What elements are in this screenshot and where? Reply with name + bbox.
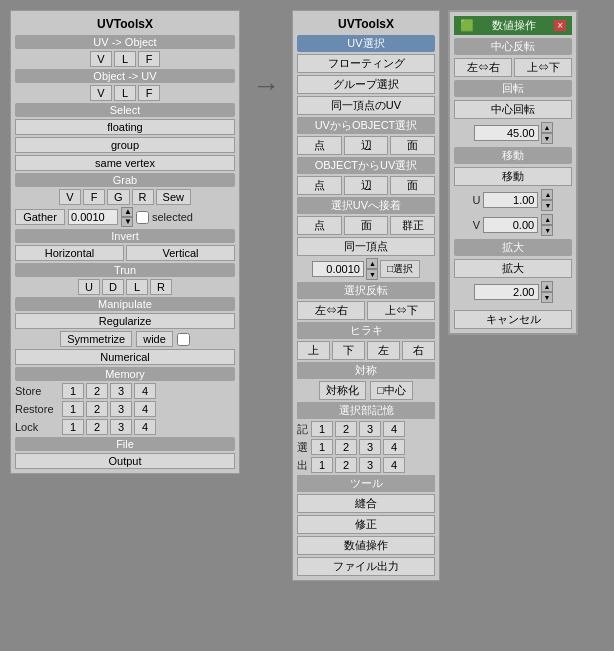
ki-3[interactable]: 3 <box>359 421 381 437</box>
sen-3[interactable]: 3 <box>359 439 381 455</box>
attach-select-btn[interactable]: □選択 <box>380 260 420 278</box>
numerical-btn[interactable]: Numerical <box>15 349 235 365</box>
uv-from-obj-men[interactable]: 面 <box>390 136 435 155</box>
trun-l[interactable]: L <box>126 279 148 295</box>
attach-value-input[interactable] <box>312 261 364 277</box>
tool-file-output[interactable]: ファイル出力 <box>297 557 435 576</box>
rotation-up[interactable]: ▲ <box>541 122 553 133</box>
invert-vertical[interactable]: Vertical <box>126 245 235 261</box>
lock-3[interactable]: 3 <box>110 419 132 435</box>
obj-to-uv-v[interactable]: V <box>90 85 112 101</box>
grab-v[interactable]: V <box>59 189 81 205</box>
taisho-btn[interactable]: 対称化 <box>319 381 366 400</box>
gather-input[interactable] <box>68 209 118 225</box>
store-1[interactable]: 1 <box>62 383 84 399</box>
attach-men[interactable]: 面 <box>344 216 389 235</box>
select-floating[interactable]: floating <box>15 119 235 135</box>
move-btn[interactable]: 移動 <box>454 167 572 186</box>
select-same-vertex[interactable]: same vertex <box>15 155 235 171</box>
grab-r[interactable]: R <box>132 189 154 205</box>
obj-to-uv-l[interactable]: L <box>114 85 136 101</box>
uv-floating-btn[interactable]: フローティング <box>297 54 435 73</box>
grab-g[interactable]: G <box>107 189 130 205</box>
gather-button[interactable]: Gather <box>15 209 65 225</box>
restore-1[interactable]: 1 <box>62 401 84 417</box>
hiraki-down[interactable]: 下 <box>332 341 365 360</box>
wide-btn[interactable]: wide <box>136 331 173 347</box>
attach-down[interactable]: ▼ <box>366 269 378 280</box>
obj-from-uv-ten[interactable]: 点 <box>297 176 342 195</box>
obj-to-uv-f[interactable]: F <box>138 85 160 101</box>
v-spinner[interactable]: ▲ ▼ <box>541 214 553 236</box>
store-4[interactable]: 4 <box>134 383 156 399</box>
center-chk-btn[interactable]: □中心 <box>370 381 413 400</box>
restore-2[interactable]: 2 <box>86 401 108 417</box>
lock-4[interactable]: 4 <box>134 419 156 435</box>
ki-4[interactable]: 4 <box>383 421 405 437</box>
trun-d[interactable]: D <box>102 279 124 295</box>
same-vertex2-btn[interactable]: 同一頂点 <box>297 237 435 256</box>
de-4[interactable]: 4 <box>383 457 405 473</box>
attach-spinner[interactable]: ▲ ▼ <box>366 258 378 280</box>
invert-lr[interactable]: 左⇔右 <box>297 301 365 320</box>
uv-to-obj-l[interactable]: L <box>114 51 136 67</box>
uv-same-vertex-btn[interactable]: 同一頂点のUV <box>297 96 435 115</box>
u-down[interactable]: ▼ <box>541 200 553 211</box>
tool-shusei[interactable]: 修正 <box>297 515 435 534</box>
trun-u[interactable]: U <box>78 279 100 295</box>
sen-1[interactable]: 1 <box>311 439 333 455</box>
v-up[interactable]: ▲ <box>541 214 553 225</box>
uv-to-obj-v[interactable]: V <box>90 51 112 67</box>
uv-from-obj-ten[interactable]: 点 <box>297 136 342 155</box>
obj-from-uv-men[interactable]: 面 <box>390 176 435 195</box>
u-spinner[interactable]: ▲ ▼ <box>541 189 553 211</box>
gather-spinner[interactable]: ▲ ▼ <box>121 207 133 227</box>
scale-btn[interactable]: 拡大 <box>454 259 572 278</box>
sen-4[interactable]: 4 <box>383 439 405 455</box>
attach-ten[interactable]: 点 <box>297 216 342 235</box>
tool-nuiawase[interactable]: 縫合 <box>297 494 435 513</box>
ki-1[interactable]: 1 <box>311 421 333 437</box>
v-value-input[interactable] <box>483 217 538 233</box>
obj-from-uv-hen[interactable]: 辺 <box>344 176 389 195</box>
attach-gunsei[interactable]: 群正 <box>390 216 435 235</box>
rotation-center-btn[interactable]: 中心回転 <box>454 100 572 119</box>
u-value-input[interactable] <box>483 192 538 208</box>
grab-f[interactable]: F <box>83 189 105 205</box>
scale-value-input[interactable] <box>474 284 539 300</box>
v-down[interactable]: ▼ <box>541 225 553 236</box>
wide-checkbox[interactable] <box>177 333 190 346</box>
rotation-spinner[interactable]: ▲ ▼ <box>541 122 553 144</box>
gather-down[interactable]: ▼ <box>121 217 133 227</box>
hiraki-left[interactable]: 左 <box>367 341 400 360</box>
center-lr-btn[interactable]: 左⇔右 <box>454 58 512 77</box>
de-1[interactable]: 1 <box>311 457 333 473</box>
gather-up[interactable]: ▲ <box>121 207 133 217</box>
scale-up[interactable]: ▲ <box>541 281 553 292</box>
u-up[interactable]: ▲ <box>541 189 553 200</box>
uv-to-obj-f[interactable]: F <box>138 51 160 67</box>
scale-down[interactable]: ▼ <box>541 292 553 303</box>
sen-2[interactable]: 2 <box>335 439 357 455</box>
de-2[interactable]: 2 <box>335 457 357 473</box>
output-btn[interactable]: Output <box>15 453 235 469</box>
uv-from-obj-hen[interactable]: 辺 <box>344 136 389 155</box>
store-2[interactable]: 2 <box>86 383 108 399</box>
trun-r[interactable]: R <box>150 279 172 295</box>
store-3[interactable]: 3 <box>110 383 132 399</box>
regularize-btn[interactable]: Regularize <box>15 313 235 329</box>
invert-horizontal[interactable]: Horizontal <box>15 245 124 261</box>
select-group[interactable]: group <box>15 137 235 153</box>
restore-4[interactable]: 4 <box>134 401 156 417</box>
rotation-down[interactable]: ▼ <box>541 133 553 144</box>
ki-2[interactable]: 2 <box>335 421 357 437</box>
tool-suuchi[interactable]: 数値操作 <box>297 536 435 555</box>
center-ud-btn[interactable]: 上⇔下 <box>514 58 572 77</box>
lock-1[interactable]: 1 <box>62 419 84 435</box>
selected-checkbox[interactable] <box>136 211 149 224</box>
restore-3[interactable]: 3 <box>110 401 132 417</box>
invert-ud[interactable]: 上⇔下 <box>367 301 435 320</box>
hiraki-right[interactable]: 右 <box>402 341 435 360</box>
float-panel-close[interactable]: × <box>554 20 566 31</box>
cancel-btn[interactable]: キャンセル <box>454 310 572 329</box>
